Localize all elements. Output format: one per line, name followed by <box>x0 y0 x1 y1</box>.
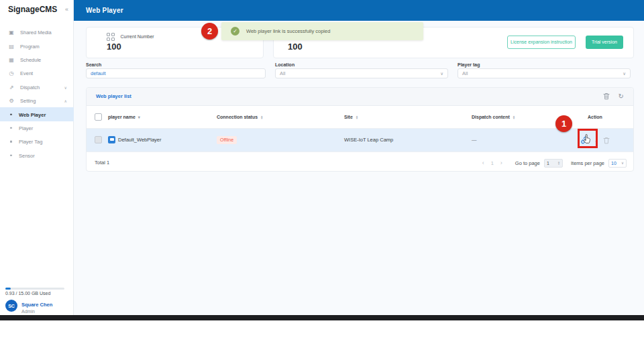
chevron-up-icon: ∧ <box>64 99 67 103</box>
items-per-page-label: Items per page <box>571 160 604 166</box>
location-select[interactable]: All ∨ <box>275 68 448 78</box>
storage-progress-fill <box>5 288 11 290</box>
location-select-value: All <box>280 70 285 76</box>
sidebar-item-web-player[interactable]: Web Player <box>0 107 74 121</box>
sidebar-item-player[interactable]: Player <box>0 121 74 135</box>
storage-usage-text: 0.93 / 15.00 GB Used <box>5 291 50 296</box>
sidebar-item-dispatch[interactable]: ⇗ Dispatch ∨ <box>0 80 74 94</box>
table-title: Web player list <box>96 88 131 105</box>
sidebar-item-schedule[interactable]: ▦ Schedule <box>0 53 74 66</box>
gear-icon: ⚙ <box>7 98 15 104</box>
column-dispatch-content[interactable]: Dispatch content▲▼ <box>472 106 515 128</box>
row-dispatch-content: — <box>472 129 477 152</box>
grid-icon <box>107 33 115 41</box>
sidebar-item-label: Setting <box>20 98 36 104</box>
prev-page-icon[interactable]: ‹ <box>479 160 488 166</box>
current-number-label: Current Number <box>121 34 154 39</box>
web-player-list-card: Web player list ↻ player name▾ Connectio… <box>86 87 634 172</box>
program-icon: ▤ <box>7 43 15 49</box>
sidebar-item-shared-media[interactable]: ▣ Shared Media <box>0 25 74 39</box>
column-connection-status[interactable]: Connection status▲▼ <box>217 106 264 128</box>
delete-icon[interactable] <box>603 90 610 103</box>
sort-icon: ▲▼ <box>356 115 358 120</box>
secondary-number-value: 100 <box>288 42 303 52</box>
main-content: Current Number 100 100 License expansion… <box>74 21 644 315</box>
shared-media-icon: ▣ <box>7 29 15 36</box>
current-number-value: 100 <box>107 42 121 52</box>
column-player-name[interactable]: player name▾ <box>108 106 140 129</box>
sidebar-item-label: Dispatch <box>20 84 40 90</box>
sidebar-item-label: Event <box>20 70 33 76</box>
player-tag-select-value: All <box>462 70 468 76</box>
go-to-page-value: 1 <box>547 161 549 166</box>
sidebar-item-program[interactable]: ▤ Program <box>0 39 74 52</box>
total-count: Total 1 <box>95 152 109 174</box>
search-input[interactable]: default <box>86 68 266 78</box>
license-expansion-button[interactable]: License expansion instruction <box>507 36 576 49</box>
storage-progress-bar <box>5 288 64 290</box>
stepper-icon[interactable]: ▲▼ <box>557 161 560 166</box>
user-role: Admin <box>21 309 35 314</box>
row-checkbox[interactable] <box>95 136 102 143</box>
bullet-icon <box>10 113 12 115</box>
refresh-icon[interactable]: ↻ <box>619 93 624 100</box>
bullet-icon <box>10 127 12 129</box>
select-all-checkbox[interactable] <box>95 113 102 121</box>
next-page-icon[interactable]: › <box>497 160 506 166</box>
chevron-down-icon: ∨ <box>440 71 443 76</box>
table-header-row: player name▾ Connection status▲▼ Site▲▼ … <box>87 106 633 129</box>
sidebar-subitem-label: Sensor <box>19 152 35 158</box>
sidebar-subitem-label: Player <box>19 125 33 131</box>
row-site: WISE-IoT Leap Camp <box>344 129 393 152</box>
success-toast: ✓ Web player link is successfully copied <box>221 22 423 40</box>
search-input-value: default <box>91 70 106 76</box>
delete-icon[interactable] <box>603 137 610 145</box>
sort-caret-icon: ▾ <box>138 115 140 119</box>
player-tag-label: Player tag <box>458 62 480 67</box>
sort-icon: ▲▼ <box>513 115 515 120</box>
dispatch-icon: ⇗ <box>7 84 15 90</box>
sidebar-item-label: Shared Media <box>20 29 52 36</box>
page-title: Web Player <box>86 0 123 21</box>
annotation-step-1: 1 <box>555 115 572 132</box>
bullet-icon <box>10 141 12 143</box>
sidebar-item-setting[interactable]: ⚙ Setting ∧ <box>0 94 74 107</box>
letterbox-bar <box>0 315 644 320</box>
player-tag-select[interactable]: All ∨ <box>458 68 631 78</box>
user-name[interactable]: Square Chen <box>21 302 52 308</box>
screen: SignageCMS « ▣ Shared Media ▤ Program ▦ … <box>0 0 644 362</box>
chevron-down-icon: ∨ <box>621 161 624 165</box>
go-to-page-input[interactable]: 1 ▲▼ <box>544 159 563 168</box>
chevron-down-icon: ∨ <box>623 71 626 76</box>
go-to-page-label: Go to page <box>515 160 540 166</box>
page-number[interactable]: 1 <box>488 160 497 166</box>
app-window: SignageCMS « ▣ Shared Media ▤ Program ▦ … <box>0 0 644 315</box>
column-site[interactable]: Site▲▼ <box>344 106 358 128</box>
table-row[interactable]: Default_WebPlayer Offline WISE-IoT Leap … <box>87 129 633 152</box>
sidebar-item-event[interactable]: ◷ Event <box>0 66 74 80</box>
sidebar-item-label: Schedule <box>20 56 41 62</box>
brand-logo: SignageCMS <box>8 5 57 14</box>
status-badge: Offline <box>217 136 237 144</box>
avatar[interactable]: SC <box>5 300 17 312</box>
event-icon: ◷ <box>7 70 15 76</box>
search-label: Search <box>86 62 101 67</box>
sidebar-collapse-icon[interactable]: « <box>65 6 68 13</box>
location-label: Location <box>275 62 294 67</box>
bullet-icon <box>10 154 12 156</box>
trial-version-button[interactable]: Trial version <box>586 36 623 49</box>
table-title-bar: Web player list ↻ <box>87 88 633 106</box>
sidebar: SignageCMS « ▣ Shared Media ▤ Program ▦ … <box>0 0 74 315</box>
row-player-name: Default_WebPlayer <box>118 129 161 152</box>
web-player-icon <box>108 136 115 143</box>
sidebar-item-label: Program <box>20 43 40 49</box>
page-size-select[interactable]: 10 ∨ <box>608 159 627 168</box>
sort-icon: ▲▼ <box>260 115 263 120</box>
annotation-step-2: 2 <box>201 23 218 40</box>
sidebar-subitem-label: Web Player <box>19 111 46 117</box>
sidebar-subitem-label: Player Tag <box>19 139 42 145</box>
sidebar-item-player-tag[interactable]: Player Tag <box>0 135 74 148</box>
success-check-icon: ✓ <box>231 27 239 36</box>
sidebar-item-sensor[interactable]: Sensor <box>0 149 74 162</box>
hand-cursor-icon <box>582 134 591 147</box>
